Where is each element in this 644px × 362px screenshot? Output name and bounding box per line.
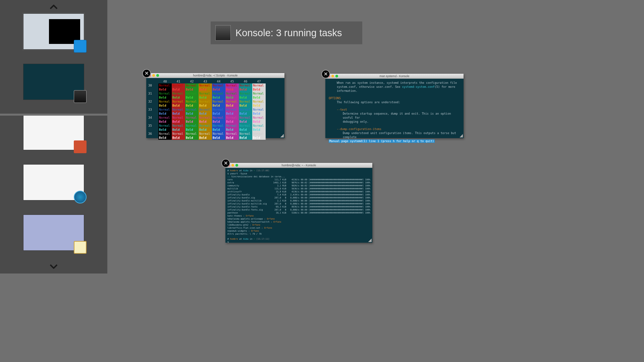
sidebar: [0, 0, 107, 274]
folder-icon: [74, 40, 87, 53]
terminal-content: When run as system instance, systemd int…: [325, 79, 464, 145]
konsole-icon: [215, 25, 231, 41]
browser-icon: [74, 191, 87, 203]
terminal-content: # hombre at Aida in ~ [15:17:08]$ yaourt…: [225, 168, 372, 245]
group-title: Konsole: 3 running tasks: [235, 27, 342, 39]
konsole-window-systemd[interactable]: ✕ man systemd - Konsole When run as syst…: [325, 74, 464, 138]
thumbnail-list: [0, 13, 107, 265]
konsole-window-colors[interactable]: ✕ hombre@Aida: ~/.Scripts - Konsole 4041…: [146, 73, 284, 138]
resize-grip[interactable]: [460, 134, 463, 137]
sidebar-separator: [0, 114, 107, 116]
terminal-icon: [74, 90, 87, 103]
window-title: hombre@Aida: ~/.Scripts - Konsole: [146, 74, 284, 77]
thumb-settings[interactable]: [23, 114, 84, 150]
titlebar[interactable]: hombre@Aida: ~/.Scripts - Konsole: [146, 73, 284, 78]
thumb-terminal[interactable]: [23, 64, 84, 100]
group-header: Konsole: 3 running tasks: [211, 21, 362, 44]
titlebar[interactable]: man systemd - Konsole: [325, 74, 464, 79]
close-icon[interactable]: ✕: [142, 69, 151, 78]
scroll-up-icon[interactable]: [0, 2, 107, 12]
close-icon[interactable]: ✕: [221, 159, 230, 168]
scroll-down-icon[interactable]: [0, 261, 107, 272]
terminal-content: 404142434445464730NormalBoldNormalBoldNo…: [146, 78, 284, 141]
image-icon: [74, 241, 87, 254]
resize-grip[interactable]: [280, 134, 284, 137]
thumb-gimp[interactable]: [23, 215, 84, 251]
settings-icon: [74, 140, 87, 153]
window-title: man systemd - Konsole: [325, 74, 464, 78]
window-title: hombre@Aida: ~ - Konsole: [225, 164, 372, 167]
close-icon[interactable]: ✕: [321, 70, 330, 78]
thumb-browser[interactable]: [23, 164, 84, 200]
titlebar[interactable]: hombre@Aida: ~ - Konsole: [225, 163, 372, 168]
thumb-file-manager[interactable]: [23, 13, 84, 50]
konsole-window-yaourt[interactable]: ✕ hombre@Aida: ~ - Konsole # hombre at A…: [225, 163, 372, 243]
resize-grip[interactable]: [368, 239, 372, 242]
